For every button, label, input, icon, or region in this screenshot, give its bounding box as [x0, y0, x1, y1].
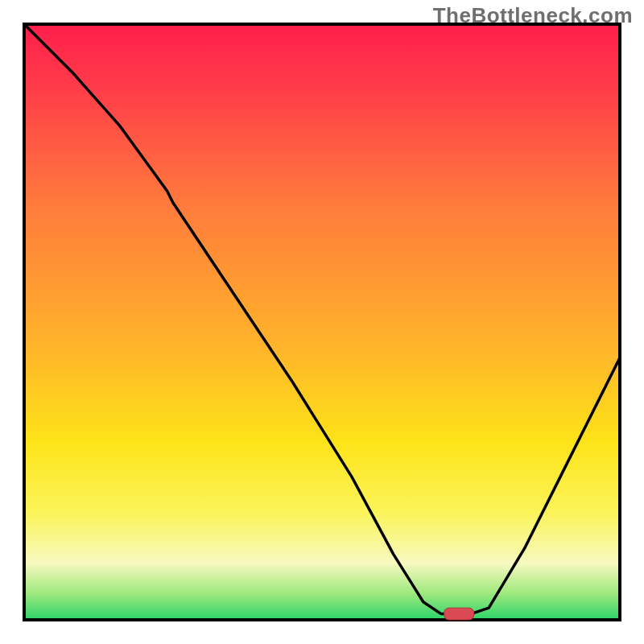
- bottleneck-plot: [0, 0, 644, 644]
- chart-container: TheBottleneck.com: [0, 0, 644, 644]
- optimal-marker: [444, 608, 474, 620]
- plot-area: [24, 24, 620, 620]
- gradient-background: [24, 24, 620, 620]
